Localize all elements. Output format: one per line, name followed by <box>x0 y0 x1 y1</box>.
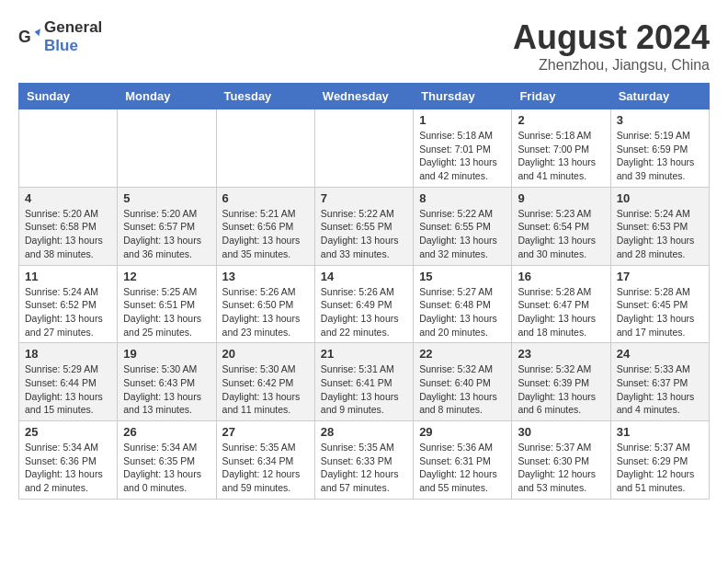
day-info: Sunrise: 5:36 AM Sunset: 6:31 PM Dayligh… <box>419 441 506 495</box>
page-header: G General Blue August 2024 Zhenzhou, Jia… <box>18 18 710 74</box>
weekday-header-row: SundayMondayTuesdayWednesdayThursdayFrid… <box>19 84 710 109</box>
calendar-cell: 26Sunrise: 5:34 AM Sunset: 6:35 PM Dayli… <box>118 421 216 500</box>
calendar-cell: 1Sunrise: 5:18 AM Sunset: 7:01 PM Daylig… <box>414 109 512 188</box>
weekday-header-friday: Friday <box>512 84 610 109</box>
svg-marker-1 <box>35 29 40 36</box>
calendar-cell: 17Sunrise: 5:28 AM Sunset: 6:45 PM Dayli… <box>610 265 709 343</box>
calendar-cell: 9Sunrise: 5:23 AM Sunset: 6:54 PM Daylig… <box>512 187 610 265</box>
day-number: 23 <box>518 347 604 361</box>
day-info: Sunrise: 5:31 AM Sunset: 6:41 PM Dayligh… <box>321 362 407 417</box>
weekday-header-sunday: Sunday <box>19 84 118 109</box>
calendar-cell: 13Sunrise: 5:26 AM Sunset: 6:50 PM Dayli… <box>216 265 314 343</box>
day-number: 25 <box>25 425 111 439</box>
calendar-cell: 20Sunrise: 5:30 AM Sunset: 6:42 PM Dayli… <box>216 343 314 421</box>
day-info: Sunrise: 5:30 AM Sunset: 6:43 PM Dayligh… <box>123 362 210 417</box>
day-number: 13 <box>222 270 309 283</box>
calendar-cell: 29Sunrise: 5:36 AM Sunset: 6:31 PM Dayli… <box>414 421 512 500</box>
day-number: 30 <box>518 425 604 439</box>
day-info: Sunrise: 5:29 AM Sunset: 6:44 PM Dayligh… <box>25 362 111 417</box>
day-number: 29 <box>419 425 506 439</box>
calendar-cell: 30Sunrise: 5:37 AM Sunset: 6:30 PM Dayli… <box>512 421 610 500</box>
day-info: Sunrise: 5:20 AM Sunset: 6:58 PM Dayligh… <box>25 207 111 261</box>
day-number: 1 <box>419 113 506 127</box>
day-info: Sunrise: 5:26 AM Sunset: 6:50 PM Dayligh… <box>222 285 309 339</box>
calendar-cell: 27Sunrise: 5:35 AM Sunset: 6:34 PM Dayli… <box>216 421 314 500</box>
day-number: 10 <box>617 191 703 205</box>
calendar-cell: 5Sunrise: 5:20 AM Sunset: 6:57 PM Daylig… <box>118 187 216 265</box>
day-info: Sunrise: 5:22 AM Sunset: 6:55 PM Dayligh… <box>419 207 506 261</box>
day-info: Sunrise: 5:28 AM Sunset: 6:45 PM Dayligh… <box>617 285 703 339</box>
day-info: Sunrise: 5:18 AM Sunset: 7:00 PM Dayligh… <box>518 129 604 183</box>
calendar-cell: 18Sunrise: 5:29 AM Sunset: 6:44 PM Dayli… <box>19 343 118 421</box>
day-number: 28 <box>321 425 407 439</box>
day-info: Sunrise: 5:28 AM Sunset: 6:47 PM Dayligh… <box>518 285 604 339</box>
day-info: Sunrise: 5:33 AM Sunset: 6:37 PM Dayligh… <box>617 362 703 417</box>
logo-icon: G <box>18 26 40 48</box>
day-info: Sunrise: 5:26 AM Sunset: 6:49 PM Dayligh… <box>321 285 407 339</box>
calendar-cell: 4Sunrise: 5:20 AM Sunset: 6:58 PM Daylig… <box>19 187 118 265</box>
day-number: 27 <box>222 425 309 439</box>
calendar-cell: 21Sunrise: 5:31 AM Sunset: 6:41 PM Dayli… <box>314 343 413 421</box>
calendar-cell: 12Sunrise: 5:25 AM Sunset: 6:51 PM Dayli… <box>118 265 216 343</box>
weekday-header-wednesday: Wednesday <box>314 84 413 109</box>
calendar-week-row: 18Sunrise: 5:29 AM Sunset: 6:44 PM Dayli… <box>19 343 710 421</box>
weekday-header-saturday: Saturday <box>610 84 709 109</box>
weekday-header-tuesday: Tuesday <box>216 84 314 109</box>
calendar-cell <box>118 109 216 188</box>
day-number: 15 <box>419 270 506 283</box>
weekday-header-thursday: Thursday <box>414 84 512 109</box>
day-info: Sunrise: 5:37 AM Sunset: 6:30 PM Dayligh… <box>518 441 604 495</box>
day-info: Sunrise: 5:32 AM Sunset: 6:40 PM Dayligh… <box>419 362 506 417</box>
day-info: Sunrise: 5:22 AM Sunset: 6:55 PM Dayligh… <box>321 207 407 261</box>
calendar-cell: 16Sunrise: 5:28 AM Sunset: 6:47 PM Dayli… <box>512 265 610 343</box>
calendar-cell: 11Sunrise: 5:24 AM Sunset: 6:52 PM Dayli… <box>19 265 118 343</box>
day-info: Sunrise: 5:37 AM Sunset: 6:29 PM Dayligh… <box>617 441 703 495</box>
calendar-cell: 3Sunrise: 5:19 AM Sunset: 6:59 PM Daylig… <box>610 109 709 188</box>
day-number: 2 <box>518 113 604 127</box>
calendar-cell: 25Sunrise: 5:34 AM Sunset: 6:36 PM Dayli… <box>19 421 118 500</box>
calendar-cell: 19Sunrise: 5:30 AM Sunset: 6:43 PM Dayli… <box>118 343 216 421</box>
calendar-cell: 22Sunrise: 5:32 AM Sunset: 6:40 PM Dayli… <box>414 343 512 421</box>
calendar-subtitle: Zhenzhou, Jiangsu, China <box>513 57 710 74</box>
calendar-cell: 24Sunrise: 5:33 AM Sunset: 6:37 PM Dayli… <box>610 343 709 421</box>
day-number: 9 <box>518 191 604 205</box>
calendar-cell: 31Sunrise: 5:37 AM Sunset: 6:29 PM Dayli… <box>610 421 709 500</box>
day-number: 20 <box>222 347 309 361</box>
title-section: August 2024 Zhenzhou, Jiangsu, China <box>513 18 710 74</box>
day-info: Sunrise: 5:24 AM Sunset: 6:53 PM Dayligh… <box>617 207 703 261</box>
weekday-header-monday: Monday <box>118 84 216 109</box>
logo: G General Blue <box>18 18 102 55</box>
day-number: 11 <box>25 270 111 283</box>
day-number: 7 <box>321 191 407 205</box>
day-info: Sunrise: 5:32 AM Sunset: 6:39 PM Dayligh… <box>518 362 604 417</box>
calendar-week-row: 25Sunrise: 5:34 AM Sunset: 6:36 PM Dayli… <box>19 421 710 500</box>
day-number: 26 <box>123 425 210 439</box>
day-number: 16 <box>518 270 604 283</box>
calendar-cell <box>19 109 118 188</box>
day-info: Sunrise: 5:35 AM Sunset: 6:34 PM Dayligh… <box>222 441 309 495</box>
calendar-cell: 8Sunrise: 5:22 AM Sunset: 6:55 PM Daylig… <box>414 187 512 265</box>
day-number: 6 <box>222 191 309 205</box>
day-number: 14 <box>321 270 407 283</box>
calendar-week-row: 1Sunrise: 5:18 AM Sunset: 7:01 PM Daylig… <box>19 109 710 188</box>
svg-text:G: G <box>18 28 31 46</box>
day-number: 3 <box>617 113 703 127</box>
calendar-cell: 14Sunrise: 5:26 AM Sunset: 6:49 PM Dayli… <box>314 265 413 343</box>
calendar-cell: 7Sunrise: 5:22 AM Sunset: 6:55 PM Daylig… <box>314 187 413 265</box>
day-info: Sunrise: 5:20 AM Sunset: 6:57 PM Dayligh… <box>123 207 210 261</box>
calendar-cell <box>216 109 314 188</box>
day-info: Sunrise: 5:35 AM Sunset: 6:33 PM Dayligh… <box>321 441 407 495</box>
day-info: Sunrise: 5:34 AM Sunset: 6:35 PM Dayligh… <box>123 441 210 495</box>
day-info: Sunrise: 5:25 AM Sunset: 6:51 PM Dayligh… <box>123 285 210 339</box>
calendar-title: August 2024 <box>513 18 710 57</box>
logo-blue-text: Blue <box>44 37 78 54</box>
day-number: 19 <box>123 347 210 361</box>
day-number: 24 <box>617 347 703 361</box>
day-info: Sunrise: 5:24 AM Sunset: 6:52 PM Dayligh… <box>25 285 111 339</box>
calendar-cell: 6Sunrise: 5:21 AM Sunset: 6:56 PM Daylig… <box>216 187 314 265</box>
day-number: 18 <box>25 347 111 361</box>
day-number: 31 <box>617 425 703 439</box>
calendar-week-row: 11Sunrise: 5:24 AM Sunset: 6:52 PM Dayli… <box>19 265 710 343</box>
calendar-cell: 2Sunrise: 5:18 AM Sunset: 7:00 PM Daylig… <box>512 109 610 188</box>
day-info: Sunrise: 5:34 AM Sunset: 6:36 PM Dayligh… <box>25 441 111 495</box>
